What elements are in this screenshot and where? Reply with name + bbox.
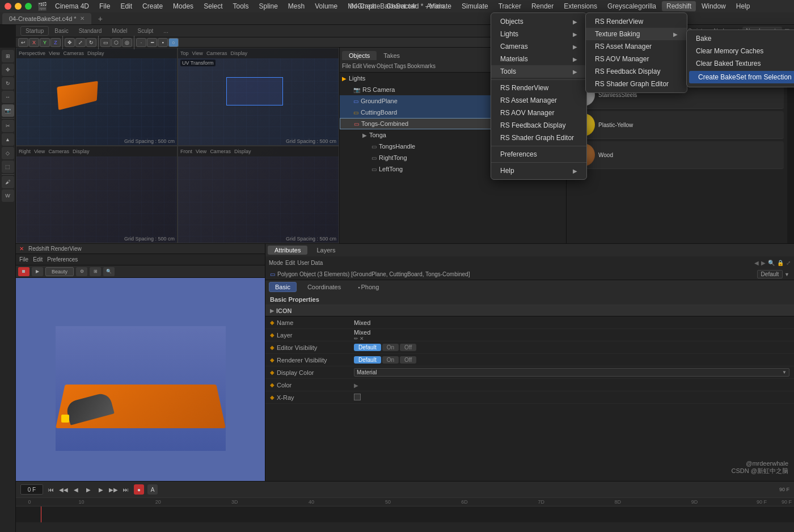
material-wood[interactable]: Wood bbox=[570, 141, 784, 169]
render-prefs[interactable]: Preferences bbox=[47, 256, 78, 263]
tab-sculpt[interactable]: Sculpt bbox=[133, 27, 158, 35]
menu-mesh[interactable]: Mesh bbox=[284, 1, 309, 11]
tool-y[interactable]: Y bbox=[40, 38, 50, 47]
rs-menu-aov[interactable]: RS AOV Manager bbox=[491, 107, 586, 119]
close-tab-icon[interactable]: ✕ bbox=[80, 15, 85, 22]
tool-z[interactable]: Z bbox=[50, 38, 61, 47]
attr-user-data[interactable]: User Data bbox=[297, 260, 323, 266]
render-zoom-btn[interactable]: 🔍 bbox=[103, 267, 115, 276]
rs-menu-feedback[interactable]: RS Feedback Display bbox=[491, 119, 586, 132]
rs-menu-tools[interactable]: Tools ▶ bbox=[491, 65, 586, 78]
menu-tracker[interactable]: Tracker bbox=[494, 1, 526, 11]
render-grid-btn[interactable]: ⊞ bbox=[90, 267, 101, 276]
attr-lock-icon[interactable]: 🔒 bbox=[777, 260, 784, 266]
add-layout-icon[interactable]: + bbox=[737, 28, 740, 34]
material-stainless[interactable]: StainlessSteels bbox=[570, 81, 784, 109]
menu-spline[interactable]: Spline bbox=[255, 1, 282, 11]
vp-top-display[interactable]: Display bbox=[230, 50, 247, 56]
tl-next-key[interactable]: ▶▶ bbox=[109, 485, 118, 494]
sidebar-rotate[interactable]: ↻ bbox=[2, 77, 14, 90]
rv-on-btn[interactable]: On bbox=[382, 356, 399, 364]
rs-menu-cameras[interactable]: Cameras ▶ bbox=[491, 40, 586, 53]
menu-render[interactable]: Render bbox=[527, 1, 558, 11]
viewport-front[interactable]: Front View Cameras Display Grid Spacing … bbox=[178, 146, 339, 244]
render-mode-dropdown[interactable]: Beauty bbox=[45, 267, 74, 276]
tl-record-btn[interactable]: ● bbox=[134, 484, 144, 495]
tab-objects[interactable]: Objects bbox=[342, 51, 377, 60]
tool-scale[interactable]: ⤢ bbox=[75, 38, 86, 47]
rs-menu-objects[interactable]: Objects ▶ bbox=[491, 15, 586, 28]
menu-file[interactable]: File bbox=[95, 1, 115, 11]
rs-menu-materials[interactable]: Materials ▶ bbox=[491, 53, 586, 65]
sidebar-bevel[interactable]: ◇ bbox=[2, 147, 14, 159]
sidebar-extrude[interactable]: ▲ bbox=[2, 133, 14, 146]
tab-attributes[interactable]: Attributes bbox=[268, 246, 307, 255]
tl-first-frame[interactable]: ⏮ bbox=[47, 485, 56, 494]
tl-prev-key[interactable]: ◀◀ bbox=[59, 485, 68, 494]
vp-top-cameras[interactable]: Cameras bbox=[206, 50, 227, 56]
tool-undo[interactable]: ↩ bbox=[18, 38, 28, 47]
sidebar-weight[interactable]: W bbox=[2, 189, 14, 202]
sidebar-paint[interactable]: 🖌 bbox=[2, 176, 14, 188]
menu-edit[interactable]: Edit bbox=[116, 1, 137, 11]
current-frame-display[interactable]: 0 F bbox=[20, 484, 43, 495]
rs-menu-lights[interactable]: Lights ▶ bbox=[491, 28, 586, 40]
main-tab[interactable]: 04-CreateBakeSet.c4d * ✕ bbox=[2, 13, 91, 24]
obj-toolbar-file[interactable]: File bbox=[342, 63, 351, 69]
layer-clear-icon[interactable]: ✕ bbox=[360, 336, 364, 341]
new-layouts-btn[interactable]: New Layouts bbox=[742, 27, 782, 35]
rs-menu-shader[interactable]: RS Shader Graph Editor bbox=[491, 132, 586, 144]
menu-modes[interactable]: Modes bbox=[168, 1, 198, 11]
menu-help[interactable]: Help bbox=[732, 1, 755, 11]
sidebar-knife[interactable]: ✂ bbox=[2, 120, 14, 132]
obj-toolbar-tags[interactable]: Tags bbox=[394, 63, 406, 69]
tab-script[interactable]: Script bbox=[683, 27, 707, 35]
sidebar-select[interactable]: ⊞ bbox=[2, 50, 14, 62]
attr-nav-fwd[interactable]: ▶ bbox=[761, 260, 766, 266]
sidebar-loop[interactable]: ⬚ bbox=[2, 161, 14, 173]
ev-on-btn[interactable]: On bbox=[382, 344, 399, 351]
vp-right-view[interactable]: View bbox=[34, 149, 45, 154]
menu-simulate[interactable]: Simulate bbox=[457, 1, 493, 11]
tool-points[interactable]: · bbox=[136, 38, 146, 47]
tab-standard[interactable]: Standard bbox=[74, 27, 107, 35]
attr-search-icon[interactable]: 🔍 bbox=[768, 260, 775, 266]
vp-right-display[interactable]: Display bbox=[73, 149, 90, 154]
play-btn[interactable]: ▶ bbox=[32, 267, 43, 276]
menu-volume[interactable]: Volume bbox=[310, 1, 342, 11]
tab-layers[interactable]: Layers bbox=[310, 246, 342, 255]
tab-more[interactable]: ... bbox=[159, 27, 172, 35]
sub-tab-basic[interactable]: Basic bbox=[269, 282, 297, 292]
menu-cinema4d[interactable]: Cinema 4D bbox=[50, 1, 94, 11]
vp-front-cameras[interactable]: Cameras bbox=[210, 149, 231, 154]
tool-x[interactable]: X bbox=[29, 38, 39, 47]
vp-view[interactable]: View bbox=[49, 50, 60, 56]
menu-tools[interactable]: Tools bbox=[228, 1, 253, 11]
viewport-perspective[interactable]: Perspective View Cameras Display G bbox=[16, 48, 178, 146]
tab-takes[interactable]: Takes bbox=[377, 51, 407, 60]
material-plastic[interactable]: Plastic-Yellow bbox=[570, 111, 784, 139]
attr-mode[interactable]: Mode bbox=[269, 260, 283, 266]
close-render-icon[interactable]: ✕ bbox=[19, 246, 24, 252]
tool-select-rect[interactable]: ▭ bbox=[100, 38, 111, 47]
sidebar-move[interactable]: ✥ bbox=[2, 64, 14, 76]
icon-section-header[interactable]: ▶ ICON bbox=[265, 305, 794, 316]
viewport-right[interactable]: Right View Cameras Display Grid Spacing … bbox=[16, 146, 178, 244]
vp-display[interactable]: Display bbox=[87, 50, 104, 56]
menu-create[interactable]: Create bbox=[138, 1, 167, 11]
attr-preset-dropdown[interactable]: Default ▼ bbox=[757, 271, 789, 277]
close-button[interactable] bbox=[5, 3, 11, 10]
rv-off-btn[interactable]: Off bbox=[400, 356, 416, 364]
tool-move[interactable]: ✥ bbox=[65, 38, 75, 47]
tl-next-frame[interactable]: ▶ bbox=[96, 485, 105, 494]
tl-play[interactable]: ▶ bbox=[84, 485, 93, 494]
rs-menu-renderview[interactable]: RS RenderView bbox=[491, 82, 586, 94]
rv-default-btn[interactable]: Default bbox=[354, 356, 381, 364]
add-tab-button[interactable]: + bbox=[91, 13, 109, 24]
tab-nodes[interactable]: Nodes bbox=[709, 27, 734, 35]
viewport-top[interactable]: Top View Cameras Display Grid Spacing : … bbox=[178, 48, 339, 146]
maximize-button[interactable] bbox=[25, 3, 32, 10]
menu-greyscalegorilla[interactable]: Greyscalegorilla bbox=[603, 1, 661, 11]
tool-rotate[interactable]: ↻ bbox=[86, 38, 96, 47]
menu-window[interactable]: Window bbox=[697, 1, 730, 11]
